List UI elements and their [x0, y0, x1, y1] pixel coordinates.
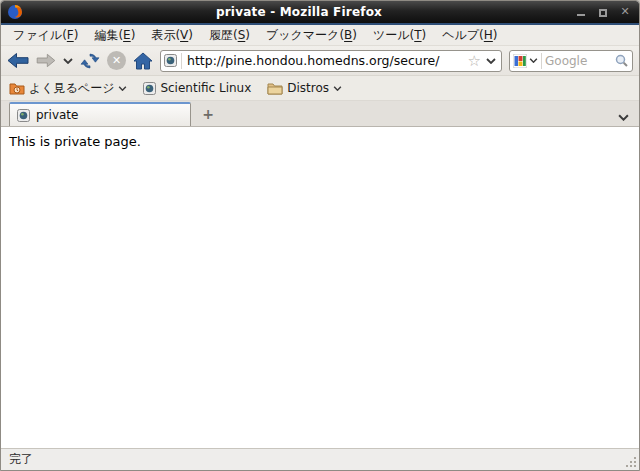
minimize-button[interactable] — [575, 6, 587, 18]
menubar-items: ファイル(F)編集(E)表示(V)履歴(S)ブックマーク(B)ツール(T)ヘルプ… — [5, 25, 506, 46]
forward-button[interactable] — [36, 49, 56, 73]
bookmark-most-visited[interactable]: よく見るページ — [6, 78, 130, 99]
menu-item-t[interactable]: ツール(T) — [365, 25, 434, 46]
bookmark-label: Scientific Linux — [160, 81, 251, 95]
bookmark-star-icon[interactable]: ☆ — [468, 54, 481, 68]
stop-x-icon: ✕ — [107, 51, 126, 70]
firefox-logo-icon — [7, 4, 23, 20]
close-button[interactable]: ✕ — [619, 6, 631, 18]
statusbar: 完了 — [1, 448, 639, 470]
generic-page-icon — [17, 109, 30, 122]
search-box[interactable] — [509, 50, 633, 72]
maximize-button[interactable] — [597, 6, 609, 18]
url-bar[interactable]: ☆ — [160, 50, 502, 72]
history-dropdown-icon[interactable] — [63, 49, 73, 73]
url-dropdown-icon[interactable] — [486, 58, 496, 64]
menu-item-h[interactable]: ヘルプ(H) — [434, 25, 505, 46]
browser-window: private - Mozilla Firefox ✕ ファイル(F)編集(E)… — [0, 0, 640, 471]
bookmark-folder-distros[interactable]: Distros — [264, 79, 345, 97]
search-engine-picker[interactable] — [513, 53, 542, 69]
bookmark-label: よく見るページ — [29, 80, 114, 97]
url-input[interactable] — [187, 53, 463, 68]
window-controls: ✕ — [575, 6, 631, 18]
new-tab-button[interactable]: + — [195, 104, 221, 124]
status-text: 完了 — [9, 451, 33, 468]
search-magnifier-icon[interactable] — [615, 54, 628, 67]
search-input[interactable] — [545, 54, 612, 68]
generic-page-icon — [164, 54, 177, 67]
page-favicon-icon — [143, 82, 156, 95]
menu-item-s[interactable]: 履歴(S) — [201, 25, 258, 46]
chevron-down-icon — [333, 86, 342, 91]
menu-item-e[interactable]: 編集(E) — [86, 25, 143, 46]
menubar: ファイル(F)編集(E)表示(V)履歴(S)ブックマーク(B)ツール(T)ヘルプ… — [1, 25, 639, 46]
site-favicon-box[interactable] — [164, 53, 182, 69]
bookmarks-toolbar: よく見るページ Scientific Linux Distros — [1, 76, 639, 101]
resize-grip[interactable] — [625, 456, 637, 468]
window-title: private - Mozilla Firefox — [23, 5, 575, 19]
list-all-tabs-button[interactable] — [618, 114, 633, 121]
back-button[interactable] — [7, 49, 29, 73]
home-button[interactable] — [133, 49, 153, 73]
reload-button[interactable] — [80, 49, 100, 73]
page-text: This is private page. — [9, 134, 141, 149]
titlebar: private - Mozilla Firefox ✕ — [1, 1, 639, 25]
menu-item-b[interactable]: ブックマーク(B) — [258, 25, 365, 46]
bookmark-label: Distros — [287, 81, 329, 95]
menu-item-v[interactable]: 表示(V) — [143, 25, 201, 46]
tab-private[interactable]: private — [9, 102, 191, 126]
folder-icon — [267, 82, 283, 95]
google-logo-icon — [513, 54, 527, 68]
page-content: This is private page. — [1, 127, 639, 448]
menu-item-f[interactable]: ファイル(F) — [5, 25, 86, 46]
tab-strip: private + — [1, 101, 639, 127]
bookmark-scientific-linux[interactable]: Scientific Linux — [140, 79, 254, 97]
chevron-down-icon — [118, 86, 127, 91]
tab-label: private — [36, 108, 78, 122]
smart-folder-icon — [9, 82, 25, 95]
navigation-toolbar: ✕ ☆ — [1, 46, 639, 76]
engine-dropdown-icon — [529, 58, 538, 63]
stop-button[interactable]: ✕ — [107, 49, 126, 73]
